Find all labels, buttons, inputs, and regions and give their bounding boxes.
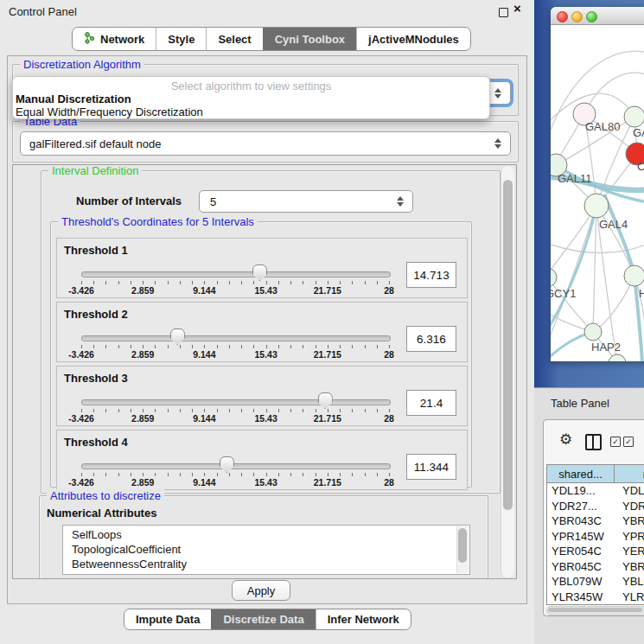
slider-tick	[340, 345, 341, 348]
threshold-value-field[interactable]: 14.713	[406, 262, 456, 288]
table-row[interactable]: YBL079WYBL0	[547, 574, 644, 590]
split-view-icon[interactable]	[585, 434, 602, 450]
tab-jactivemnodules[interactable]: jActiveMNodules	[356, 28, 470, 50]
node-attribute-table[interactable]: shared...na YDL19...YDL1YDR27...YDR2YBR0…	[546, 464, 644, 605]
slider-tick	[229, 345, 230, 348]
attribute-list-item[interactable]: BetweennessCentrality	[63, 557, 469, 571]
table-row[interactable]: YLR345WYLR3	[547, 590, 644, 605]
zoom-traffic-light-icon[interactable]	[586, 11, 597, 22]
node-right[interactable]	[624, 265, 644, 286]
algorithm-option[interactable]: Equal Width/Frequency Discretization	[13, 105, 489, 118]
node-top-right[interactable]	[624, 106, 644, 127]
table-row[interactable]: YER054CYER0	[547, 544, 644, 559]
tab-discretize-data[interactable]: Discretize Data	[211, 609, 315, 629]
tab-select[interactable]: Select	[206, 28, 262, 50]
number-of-intervals-spinner[interactable]: 5	[199, 190, 413, 213]
table-data-combobox[interactable]: galFiltered.sif default node	[20, 131, 511, 156]
slider-tick	[253, 345, 254, 348]
table-panel-section: Table Panel ⚙ ✓ ✓ shared...na YDL19...YD…	[534, 387, 644, 644]
slider-tick	[253, 281, 254, 284]
table-row[interactable]: YIL052CYIL0	[547, 604, 644, 605]
slider-tick	[204, 473, 205, 476]
slider-tick	[229, 281, 230, 284]
slider-tick	[143, 345, 143, 348]
slider-tick	[155, 409, 156, 412]
node-gal4[interactable]	[584, 194, 609, 218]
table-cell: YIL052C	[547, 604, 618, 605]
slider-tick	[204, 281, 205, 284]
algorithm-placeholder: Select algorithm to view settings	[13, 77, 489, 92]
slider-tick	[266, 409, 267, 412]
slider-tick	[93, 281, 94, 284]
table-row[interactable]: YDL19...YDL1	[547, 483, 644, 499]
attribute-list-item[interactable]: TopologicalCoefficient	[63, 542, 469, 557]
network-canvas[interactable]: GAL80GAGAL11CGAL4GCY1HHAP2	[551, 25, 644, 361]
tab-label: Discretize Data	[223, 613, 303, 626]
minimize-traffic-light-icon[interactable]	[571, 11, 583, 22]
network-edge[interactable]	[551, 206, 596, 279]
slider-thumb[interactable]	[170, 328, 185, 345]
float-panel-icon[interactable]	[499, 8, 508, 17]
slider-tick	[229, 409, 230, 412]
threshold-value-field[interactable]: 6.316	[406, 326, 456, 352]
network-window-titlebar[interactable]	[551, 7, 644, 25]
table-cell: YBL0	[618, 574, 644, 590]
slider-tick	[340, 473, 341, 476]
horizontal-scrollbar-thumb[interactable]	[548, 608, 642, 612]
slider-tick	[131, 345, 131, 348]
slider-tick	[328, 409, 328, 412]
gear-icon[interactable]: ⚙	[559, 432, 572, 447]
close-icon[interactable]: ×	[513, 1, 521, 16]
checkbox-icon[interactable]: ✓	[610, 437, 621, 447]
slider-track[interactable]	[81, 335, 391, 341]
table-row[interactable]: YPR145WYPR1	[547, 529, 644, 545]
tab-infer-network[interactable]: Infer Network	[316, 609, 411, 629]
node-gcy1[interactable]	[551, 268, 557, 287]
slider-tick	[278, 281, 279, 284]
tick-label: 2.859	[131, 413, 154, 424]
column-header[interactable]: shared...	[547, 465, 615, 483]
table-row[interactable]: YDR27...YDR2	[547, 499, 644, 514]
table-row[interactable]: YBR043CYBR0	[547, 513, 644, 529]
horizontal-scrollbar[interactable]	[546, 606, 644, 615]
tab-style[interactable]: Style	[156, 28, 206, 50]
tick-label: 2.859	[131, 349, 154, 360]
slider-thumb[interactable]	[252, 265, 267, 281]
tab-network[interactable]: Network	[73, 28, 156, 50]
network-graph[interactable]: GAL80GAGAL11CGAL4GCY1HHAP2	[551, 25, 644, 361]
network-edge[interactable]	[551, 51, 644, 155]
node-hap2[interactable]	[584, 323, 602, 341]
slider-tick	[180, 281, 181, 284]
vertical-scrollbar-thumb[interactable]	[503, 180, 513, 510]
list-scrollbar-thumb[interactable]	[458, 528, 467, 563]
slider-track[interactable]	[81, 399, 391, 405]
attribute-list-item[interactable]: SelfLoops	[63, 527, 469, 542]
checkbox-icon[interactable]: ✓	[623, 437, 634, 447]
numerical-attributes-list[interactable]: SelfLoopsTopologicalCoefficientBetweenne…	[62, 525, 470, 575]
threshold-value-field[interactable]: 11.344	[406, 454, 456, 480]
network-window[interactable]: GAL80GAGAL11CGAL4GCY1HHAP2	[551, 7, 644, 361]
slider-thumb[interactable]	[318, 392, 333, 409]
vertical-scrollbar[interactable]	[501, 166, 514, 577]
slider-tick	[377, 345, 378, 348]
table-row[interactable]: YBR045CYBR0	[547, 559, 644, 575]
network-edge[interactable]	[551, 277, 593, 332]
list-scrollbar[interactable]	[456, 526, 469, 573]
close-traffic-light-icon[interactable]	[557, 11, 568, 22]
threshold-value-field[interactable]: 21.4	[406, 390, 456, 416]
column-header[interactable]: na	[615, 465, 644, 483]
slider-track[interactable]	[81, 271, 391, 277]
slider-track[interactable]	[81, 463, 391, 469]
network-edge[interactable]	[593, 206, 596, 332]
slider-tick	[266, 345, 267, 348]
numerical-attributes-title: Numerical Attributes	[47, 507, 156, 520]
slider-tick	[155, 345, 156, 348]
tab-cyni-toolbox[interactable]: Cyni Toolbox	[263, 28, 356, 50]
algorithm-option[interactable]: Manual Discretization	[13, 92, 489, 105]
slider-tick	[352, 345, 353, 348]
tab-impute-data[interactable]: Impute Data	[124, 609, 211, 629]
tick-label: 15.43	[254, 349, 277, 360]
apply-button[interactable]: Apply	[232, 580, 290, 601]
slider-thumb[interactable]	[220, 456, 234, 473]
slider-tick	[105, 473, 106, 476]
